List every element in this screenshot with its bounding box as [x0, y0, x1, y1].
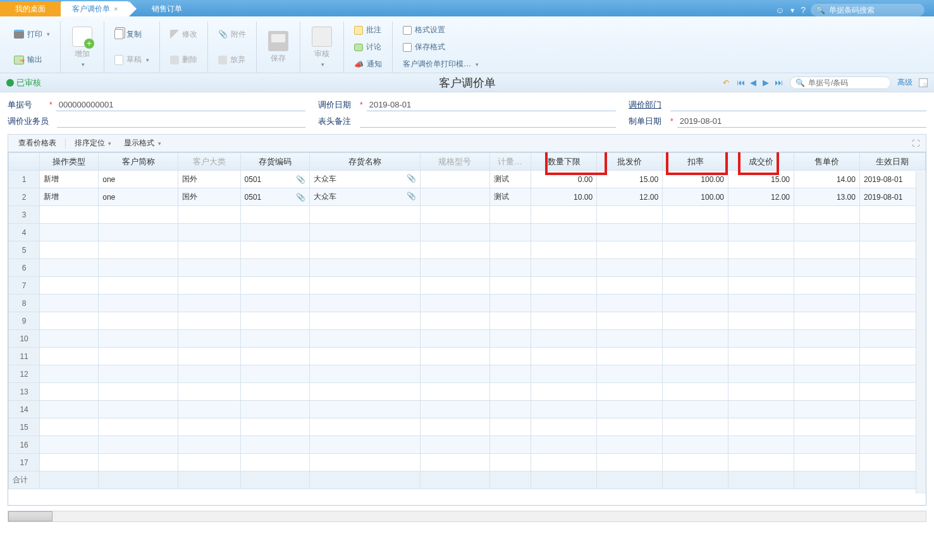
- table-row[interactable]: 5: [9, 241, 926, 259]
- nav-prev-icon[interactable]: ◀: [748, 78, 758, 87]
- field-dept: 调价部门: [629, 99, 926, 111]
- col-wholesale[interactable]: 批发价: [597, 153, 663, 171]
- salesman-input[interactable]: [57, 115, 305, 128]
- table-row[interactable]: 1新增one国外0501📎大众车📎测试0.0015.00100.0015.001…: [9, 171, 926, 188]
- draft-button[interactable]: 草稿▾: [111, 52, 153, 67]
- col-discount[interactable]: 扣率: [663, 153, 728, 171]
- modify-button[interactable]: 修改: [166, 27, 201, 42]
- advanced-link[interactable]: 高级: [897, 77, 912, 88]
- print-button[interactable]: 打印▾: [10, 27, 54, 42]
- expand-icon[interactable]: ⛶: [912, 139, 919, 148]
- barcode-search-input[interactable]: [829, 6, 919, 15]
- save-format-icon: [403, 43, 412, 52]
- tab-desktop[interactable]: 我的桌面: [0, 1, 61, 16]
- format-icon: [403, 26, 412, 35]
- table-row[interactable]: 15: [9, 418, 926, 436]
- nav-next-icon[interactable]: ▶: [761, 78, 771, 87]
- form-header: 单据号* 调价日期* 调价部门 调价业务员 表头备注 制单日期*: [0, 92, 934, 130]
- table-sub-toolbar: 查看价格表 排序定位 ▾ 显示格式 ▾ ⛶: [8, 134, 926, 152]
- grid-icon[interactable]: [919, 78, 928, 87]
- help-icon[interactable]: ?: [801, 5, 806, 15]
- scrollbar-thumb[interactable]: [8, 511, 52, 521]
- bill-search[interactable]: 🔍: [790, 76, 891, 89]
- undo-icon[interactable]: ↶: [723, 78, 729, 87]
- display-format-button[interactable]: 显示格式 ▾: [120, 138, 164, 149]
- field-billno: 单据号*: [8, 99, 305, 111]
- delete-button[interactable]: 删除: [166, 52, 201, 67]
- close-icon[interactable]: ×: [114, 1, 118, 16]
- tab-customer-price[interactable]: 客户调价单 ×: [61, 1, 129, 16]
- col-retail[interactable]: 售单价: [794, 153, 859, 171]
- col-dealprice[interactable]: 成交价: [728, 153, 794, 171]
- chevron-down-icon: ▾: [82, 61, 85, 68]
- copy-button[interactable]: 复制: [111, 27, 153, 42]
- table-row[interactable]: 8: [9, 295, 926, 312]
- col-custclass[interactable]: 客户大类: [178, 153, 240, 171]
- table-row[interactable]: 6: [9, 259, 926, 277]
- table-row[interactable]: 11: [9, 348, 926, 365]
- col-unit[interactable]: 计量…: [489, 153, 531, 171]
- smile-icon[interactable]: ☺: [775, 5, 784, 15]
- megaphone-icon: 📣: [354, 60, 364, 69]
- table-row[interactable]: 16: [9, 436, 926, 454]
- table-row[interactable]: 14: [9, 401, 926, 418]
- chevron-down-icon: ▾: [47, 31, 50, 37]
- table-row[interactable]: 9: [9, 312, 926, 330]
- search-icon: 🔍: [796, 78, 805, 87]
- delete-icon: [170, 56, 179, 64]
- col-qtylower[interactable]: 数量下限: [531, 153, 597, 171]
- vertical-scrollbar[interactable]: [916, 171, 926, 494]
- table-row[interactable]: 3: [9, 206, 926, 224]
- col-stockname[interactable]: 存货名称: [310, 153, 421, 171]
- dept-link[interactable]: 调价部门: [629, 99, 667, 111]
- col-rownum[interactable]: [9, 153, 40, 171]
- save-button[interactable]: 保存: [263, 30, 293, 65]
- batch-note-button[interactable]: 批注: [350, 23, 386, 37]
- audit-button[interactable]: 审核 ▾: [307, 25, 337, 69]
- sort-locate-button[interactable]: 排序定位 ▾: [71, 138, 115, 149]
- dept-input[interactable]: [670, 99, 926, 111]
- table-row[interactable]: 4: [9, 224, 926, 241]
- attachment-button[interactable]: 📎附件: [214, 27, 250, 42]
- paperclip-icon[interactable]: 📎: [407, 192, 416, 200]
- tab-sales-order[interactable]: 销售订单: [140, 1, 194, 16]
- bill-search-input[interactable]: [808, 78, 885, 87]
- col-effectdate[interactable]: 生效日期: [859, 153, 925, 171]
- billno-input[interactable]: [56, 99, 305, 111]
- col-stockcode[interactable]: 存货编码: [240, 153, 309, 171]
- notify-button[interactable]: 📣通知: [350, 57, 386, 71]
- abandon-icon: [218, 56, 227, 64]
- paperclip-icon[interactable]: 📎: [296, 175, 305, 184]
- chevron-down-icon: ▾: [158, 140, 161, 147]
- col-custshort[interactable]: 客户简称: [99, 153, 178, 171]
- export-button[interactable]: ➔输出: [10, 52, 54, 67]
- format-settings-button[interactable]: 格式设置: [399, 23, 482, 37]
- field-make-date: 制单日期*: [629, 115, 926, 128]
- table-row[interactable]: 7: [9, 277, 926, 295]
- paperclip-icon[interactable]: 📎: [296, 193, 305, 202]
- table-row[interactable]: 2新增one国外0501📎大众车📎测试10.0012.00100.0012.00…: [9, 188, 926, 206]
- col-spec[interactable]: 规格型号: [421, 153, 489, 171]
- add-button[interactable]: + 增加 ▾: [67, 25, 97, 69]
- print-template-button[interactable]: 客户调价单打印模…▾: [399, 57, 482, 71]
- view-price-button[interactable]: 查看价格表: [15, 138, 60, 149]
- field-adjust-date: 调价日期*: [318, 99, 616, 111]
- make-date-input[interactable]: [677, 115, 926, 128]
- table-row[interactable]: 17: [9, 454, 926, 472]
- col-optype[interactable]: 操作类型: [40, 153, 99, 171]
- header-note-input[interactable]: [360, 115, 616, 128]
- save-format-button[interactable]: 保存格式: [399, 40, 482, 54]
- barcode-search[interactable]: 🔍: [811, 4, 925, 16]
- table-row[interactable]: 12: [9, 365, 926, 383]
- paperclip-icon[interactable]: 📎: [407, 174, 416, 183]
- table-row[interactable]: 10: [9, 330, 926, 348]
- chevron-down-icon[interactable]: ▼: [789, 7, 796, 14]
- discuss-button[interactable]: 讨论: [350, 40, 386, 54]
- horizontal-scrollbar[interactable]: [8, 511, 926, 522]
- adjust-date-input[interactable]: [367, 99, 616, 111]
- paperclip-icon: 📎: [218, 30, 228, 39]
- abandon-button[interactable]: 放弃: [214, 52, 250, 67]
- nav-last-icon[interactable]: ⏭: [773, 78, 783, 87]
- table-row[interactable]: 13: [9, 383, 926, 401]
- nav-first-icon[interactable]: ⏮: [735, 78, 746, 87]
